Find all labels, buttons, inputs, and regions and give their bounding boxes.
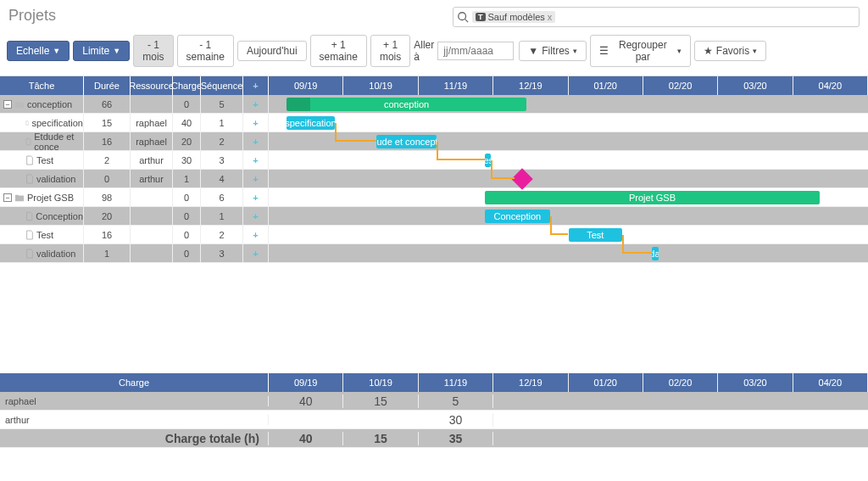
search-filter-tag[interactable]: T Sauf modèles x	[472, 11, 555, 23]
gantt-bar[interactable]: Test	[485, 154, 491, 167]
add-task-icon[interactable]: +	[243, 114, 269, 131]
task-charge: 0	[173, 226, 201, 243]
task-resource	[131, 244, 173, 262]
svg-line-1	[465, 20, 469, 23]
favorites-dropdown[interactable]: ★ Favoris ▾	[694, 41, 766, 61]
scale-dropdown[interactable]: Echelle ▼	[7, 41, 70, 61]
charge-total-cell: 15	[343, 432, 418, 445]
add-task-icon[interactable]: +	[243, 244, 269, 262]
task-resource	[131, 226, 173, 243]
gantt-row	[269, 170, 868, 188]
col-sequence[interactable]: Séquence	[201, 76, 243, 95]
task-sequence: 1	[201, 114, 243, 131]
task-duration: 0	[84, 170, 131, 187]
task-duration: 20	[84, 207, 131, 225]
charge-total-label: Charge totale (h)	[0, 432, 269, 445]
col-duration[interactable]: Durée	[84, 76, 131, 95]
task-sequence: 5	[201, 95, 243, 113]
task-resource: raphael	[131, 114, 173, 131]
plus-month-button[interactable]: + 1 mois	[370, 35, 410, 67]
plus-week-button[interactable]: + 1 semaine	[310, 35, 367, 67]
file-icon	[25, 249, 34, 259]
charge-cell: 30	[419, 413, 493, 427]
milestone-marker[interactable]	[511, 168, 532, 189]
gantt-bar[interactable]: Test	[569, 228, 623, 242]
collapse-icon[interactable]: −	[3, 193, 12, 202]
charge-total-row: Charge totale (h)401535	[0, 429, 868, 448]
search-input-wrap[interactable]: T Sauf modèles x	[453, 7, 860, 27]
gantt-row: specification	[269, 114, 868, 132]
add-task-icon[interactable]: +	[243, 226, 269, 243]
month-header: 12/19	[493, 76, 568, 95]
folder-icon	[14, 193, 25, 202]
col-resource[interactable]: Ressource	[131, 76, 173, 95]
month-header: 10/19	[343, 76, 418, 95]
task-row[interactable]: specification15raphael401+	[0, 114, 269, 132]
task-row[interactable]: validation103+	[0, 244, 269, 263]
resource-name: arthur	[0, 415, 269, 425]
task-sequence: 4	[201, 170, 243, 187]
col-task[interactable]: Tâche	[0, 76, 84, 95]
month-header: 11/19	[419, 76, 493, 95]
add-task-icon[interactable]: +	[243, 95, 269, 113]
task-row[interactable]: −Projet GSB9806+	[0, 188, 269, 207]
task-name: Test	[36, 230, 53, 240]
task-sequence: 3	[201, 244, 243, 262]
goto-date-input[interactable]	[437, 42, 514, 60]
charge-body: raphael40155arthur30Charge totale (h)401…	[0, 392, 868, 448]
task-name: validation	[36, 174, 75, 184]
folder-icon	[14, 100, 25, 109]
minus-month-button[interactable]: - 1 mois	[133, 35, 173, 67]
task-row[interactable]: Etdude et conce16raphael202+	[0, 132, 269, 151]
filters-dropdown[interactable]: ▼ Filtres ▾	[519, 41, 587, 61]
gantt-bar[interactable]: conception	[287, 98, 526, 111]
gantt-bar[interactable]: validation	[652, 247, 658, 260]
task-duration: 16	[84, 226, 131, 243]
task-sequence: 2	[201, 132, 243, 150]
task-row[interactable]: Test1602+	[0, 226, 269, 244]
add-task-icon[interactable]: +	[243, 170, 269, 187]
task-sequence: 3	[201, 151, 243, 169]
task-row[interactable]: Test2arthur303+	[0, 151, 269, 170]
col-add[interactable]: +	[243, 76, 269, 95]
groupby-dropdown[interactable]: ☰ Regrouper par ▾	[590, 35, 691, 67]
add-task-icon[interactable]: +	[243, 188, 269, 206]
task-name: Test	[36, 155, 53, 165]
task-duration: 98	[84, 188, 131, 206]
task-row[interactable]: Conception2001+	[0, 207, 269, 226]
charge-header-label: Charge	[0, 373, 269, 392]
charge-cell: 40	[269, 394, 343, 408]
month-header: 01/20	[569, 76, 643, 95]
charge-cell: 5	[419, 394, 493, 408]
task-row[interactable]: validation0arthur14+	[0, 170, 269, 188]
gantt-bar[interactable]: Conception	[485, 210, 551, 223]
charge-cell: 15	[343, 394, 418, 408]
gantt-bar[interactable]: Etdude et conception	[376, 135, 437, 148]
add-task-icon[interactable]: +	[243, 151, 269, 169]
collapse-icon[interactable]: −	[3, 100, 12, 109]
minus-week-button[interactable]: - 1 semaine	[177, 35, 234, 67]
task-resource: arthur	[131, 170, 173, 187]
gantt-row: conception	[269, 95, 868, 114]
today-button[interactable]: Aujourd'hui	[237, 41, 307, 61]
add-task-icon[interactable]: +	[243, 207, 269, 225]
add-task-icon[interactable]: +	[243, 132, 269, 150]
task-name: Etdude et conce	[34, 131, 83, 152]
month-header: 09/19	[269, 373, 343, 392]
gantt-bar[interactable]: specification	[287, 116, 335, 130]
file-icon	[25, 137, 31, 147]
limit-dropdown[interactable]: Limite ▼	[73, 41, 130, 61]
task-name: validation	[36, 249, 75, 259]
filter-type-icon: T	[476, 13, 486, 21]
col-charge[interactable]: Charge	[173, 76, 201, 95]
gantt-bar[interactable]: Projet GSB	[485, 191, 821, 204]
task-row[interactable]: −conception6605+	[0, 95, 269, 114]
task-duration: 1	[84, 244, 131, 262]
file-icon	[25, 155, 34, 165]
gantt-row: Test	[269, 226, 868, 244]
month-header: 03/20	[718, 373, 793, 392]
task-list: −conception6605+specification15raphael40…	[0, 95, 269, 263]
month-header: 02/20	[643, 373, 718, 392]
filter-tag-remove-icon[interactable]: x	[548, 12, 553, 22]
file-icon	[25, 118, 29, 128]
